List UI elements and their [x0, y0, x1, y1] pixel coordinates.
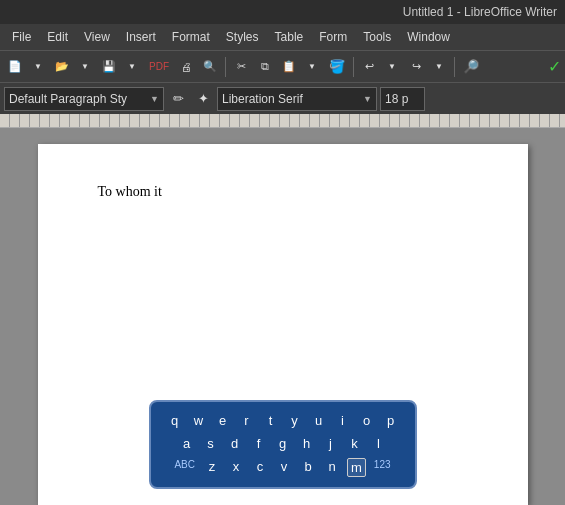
keyboard-row-2: a s d f g h j k l: [163, 435, 403, 452]
key-a[interactable]: a: [178, 435, 196, 452]
redo-dropdown[interactable]: ▼: [428, 55, 450, 79]
menu-styles[interactable]: Styles: [218, 27, 267, 47]
menu-bar: File Edit View Insert Format Styles Tabl…: [0, 24, 565, 50]
menu-format[interactable]: Format: [164, 27, 218, 47]
undo-button[interactable]: ↩: [358, 55, 380, 79]
ruler-markings: [0, 114, 565, 127]
key-q[interactable]: q: [166, 412, 184, 429]
open-icon: 📂: [55, 60, 69, 73]
paragraph-style-value: Default Paragraph Sty: [9, 92, 127, 106]
font-size-value: 18 p: [385, 92, 408, 106]
paragraph-style-dropdown[interactable]: Default Paragraph Sty ▼: [4, 87, 164, 111]
toolbar2: Default Paragraph Sty ▼ ✏ ✦ Liberation S…: [0, 82, 565, 114]
key-m[interactable]: m: [347, 458, 366, 477]
key-abc[interactable]: ABC: [172, 458, 197, 477]
chevron-down-icon: ▼: [435, 62, 443, 71]
key-x[interactable]: x: [227, 458, 245, 477]
key-d[interactable]: d: [226, 435, 244, 452]
key-k[interactable]: k: [346, 435, 364, 452]
menu-view[interactable]: View: [76, 27, 118, 47]
menu-window[interactable]: Window: [399, 27, 458, 47]
copy-button[interactable]: ⧉: [254, 55, 276, 79]
brush-icon: ✏: [173, 91, 184, 106]
pdf-icon: PDF: [149, 61, 169, 72]
print-button[interactable]: 🖨: [175, 55, 197, 79]
key-y[interactable]: y: [286, 412, 304, 429]
key-w[interactable]: w: [190, 412, 208, 429]
find-toolbar-button[interactable]: 🔎: [459, 55, 483, 79]
star-icon: ✦: [198, 91, 209, 106]
menu-insert[interactable]: Insert: [118, 27, 164, 47]
open-button[interactable]: 📂: [51, 55, 73, 79]
new-dropdown[interactable]: ▼: [27, 55, 49, 79]
menu-tools[interactable]: Tools: [355, 27, 399, 47]
key-z[interactable]: z: [203, 458, 221, 477]
keyboard-row-3: ABC z x c v b n m 123: [163, 458, 403, 477]
export-pdf-button[interactable]: PDF: [145, 55, 173, 79]
style-dropdown-arrow: ▼: [150, 94, 159, 104]
key-f[interactable]: f: [250, 435, 268, 452]
chevron-down-icon: ▼: [128, 62, 136, 71]
paste-button[interactable]: 📋: [278, 55, 300, 79]
text-content: To whom it: [98, 184, 162, 199]
cut-icon: ✂: [237, 60, 246, 73]
key-v[interactable]: v: [275, 458, 293, 477]
key-r[interactable]: r: [238, 412, 256, 429]
menu-form[interactable]: Form: [311, 27, 355, 47]
cut-button[interactable]: ✂: [230, 55, 252, 79]
document-text[interactable]: To whom it: [98, 184, 468, 200]
chevron-down-icon: ▼: [81, 62, 89, 71]
open-dropdown[interactable]: ▼: [74, 55, 96, 79]
style-brush-button[interactable]: ✏: [167, 87, 189, 111]
key-e[interactable]: e: [214, 412, 232, 429]
separator2: [353, 57, 354, 77]
key-j[interactable]: j: [322, 435, 340, 452]
font-name-dropdown[interactable]: Liberation Serif ▼: [217, 87, 377, 111]
key-s[interactable]: s: [202, 435, 220, 452]
new-icon: 📄: [8, 60, 22, 73]
font-size-field[interactable]: 18 p: [380, 87, 425, 111]
page[interactable]: To whom it q w e r t y u i o p a s d f g: [38, 144, 528, 505]
virtual-keyboard[interactable]: q w e r t y u i o p a s d f g h j k l: [149, 400, 417, 489]
print-icon: 🖨: [181, 61, 192, 73]
checkmark-icon: ✓: [548, 57, 561, 76]
save-dropdown[interactable]: ▼: [121, 55, 143, 79]
key-p[interactable]: p: [382, 412, 400, 429]
key-b[interactable]: b: [299, 458, 317, 477]
key-i[interactable]: i: [334, 412, 352, 429]
key-g[interactable]: g: [274, 435, 292, 452]
key-123[interactable]: 123: [372, 458, 393, 477]
chevron-down-icon: ▼: [388, 62, 396, 71]
copy-icon: ⧉: [261, 60, 269, 73]
document-area[interactable]: To whom it q w e r t y u i o p a s d f g: [0, 128, 565, 505]
key-t[interactable]: t: [262, 412, 280, 429]
separator3: [454, 57, 455, 77]
undo-dropdown[interactable]: ▼: [381, 55, 403, 79]
paste-icon: 📋: [282, 60, 296, 73]
key-l[interactable]: l: [370, 435, 388, 452]
keyboard-row-1: q w e r t y u i o p: [163, 412, 403, 429]
menu-file[interactable]: File: [4, 27, 39, 47]
redo-button[interactable]: ↪: [405, 55, 427, 79]
key-h[interactable]: h: [298, 435, 316, 452]
key-o[interactable]: o: [358, 412, 376, 429]
menu-edit[interactable]: Edit: [39, 27, 76, 47]
font-dropdown-arrow: ▼: [363, 94, 372, 104]
key-c[interactable]: c: [251, 458, 269, 477]
clone-formatting-button[interactable]: 🪣: [325, 55, 349, 79]
title-bar: Untitled 1 - LibreOffice Writer: [0, 0, 565, 24]
print-preview-button[interactable]: 🔍: [199, 55, 221, 79]
paste-dropdown[interactable]: ▼: [301, 55, 323, 79]
key-n[interactable]: n: [323, 458, 341, 477]
font-name-value: Liberation Serif: [222, 92, 303, 106]
redo-icon: ↪: [412, 60, 421, 73]
ruler: [0, 114, 565, 128]
new-style-button[interactable]: ✦: [192, 87, 214, 111]
save-button[interactable]: 💾: [98, 55, 120, 79]
key-u[interactable]: u: [310, 412, 328, 429]
app-title: Untitled 1 - LibreOffice Writer: [403, 5, 557, 19]
menu-table[interactable]: Table: [267, 27, 312, 47]
toolbar1: 📄 ▼ 📂 ▼ 💾 ▼ PDF 🖨 🔍 ✂ ⧉ 📋: [0, 50, 565, 82]
preview-icon: 🔍: [203, 60, 217, 73]
new-button[interactable]: 📄: [4, 55, 26, 79]
